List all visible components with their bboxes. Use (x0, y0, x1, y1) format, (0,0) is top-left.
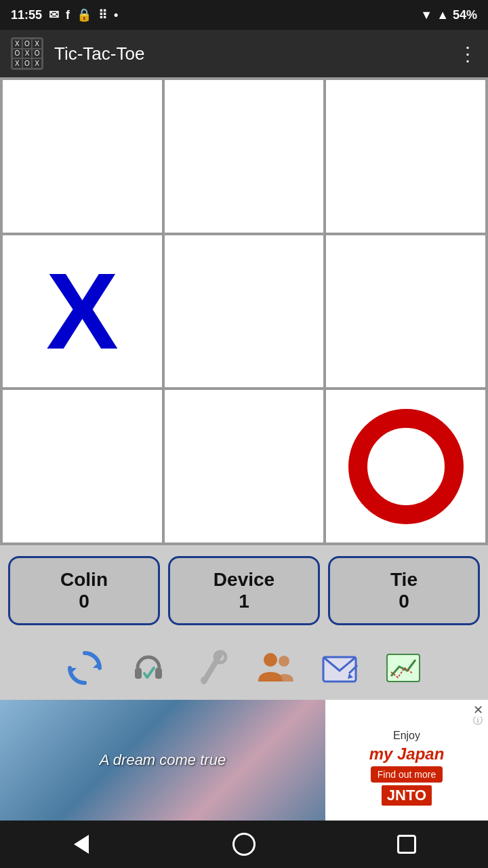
ad-image: A dream come true (0, 700, 325, 821)
ad-findmore-button[interactable]: Find out more (371, 766, 443, 783)
app-bar: X O X O X O X O X Tic-Tac-Toe ⋮ (0, 30, 488, 77)
gmail-icon: ✉ (49, 7, 59, 22)
time-display: 11:55 (11, 8, 42, 22)
icon-cell: O (22, 39, 33, 49)
svg-marker-1 (70, 668, 77, 675)
game-board: X (0, 77, 488, 545)
icon-cell: X (22, 49, 33, 59)
mail-icon (319, 648, 360, 688)
svg-point-8 (279, 656, 289, 667)
ad-tagline: A dream come true (100, 751, 226, 769)
ad-content: ⓘ ✕ Enjoy my Japan Find out more JNTO (325, 700, 488, 821)
headset-icon (128, 648, 169, 688)
mail-button[interactable] (316, 644, 363, 692)
player1-score: 0 (79, 591, 89, 612)
lock-icon: 🔒 (77, 7, 92, 22)
status-left: 11:55 ✉ f 🔒 ⠿ • (11, 7, 118, 22)
cell-2-1[interactable] (163, 389, 325, 544)
ad-myjapan-text: my Japan (369, 745, 445, 764)
icon-cell: O (22, 58, 33, 68)
svg-point-7 (264, 653, 277, 667)
svg-rect-3 (155, 668, 162, 679)
status-right: ▼ ▲ 54% (420, 8, 477, 22)
app-icon: X O X O X O X O X (11, 37, 43, 70)
device-name: Device (214, 569, 274, 591)
home-button[interactable] (227, 827, 261, 861)
ad-jnto-label: JNTO (382, 785, 432, 806)
icon-cell: O (32, 49, 42, 59)
cell-0-2[interactable] (325, 79, 487, 234)
settings-button[interactable] (188, 644, 236, 692)
headset-button[interactable] (125, 644, 172, 692)
cell-2-0[interactable] (1, 389, 163, 544)
ad-banner[interactable]: A dream come true ⓘ ✕ Enjoy my Japan Fin… (0, 700, 488, 821)
people-icon (256, 648, 296, 688)
home-icon (232, 833, 256, 856)
icon-cell: X (32, 58, 42, 68)
chart-button[interactable] (380, 644, 427, 692)
ad-close-button[interactable]: ✕ (470, 703, 485, 717)
tie-score: 0 (399, 591, 409, 612)
nav-bar (0, 821, 488, 868)
chart-icon (383, 648, 424, 688)
icon-cell: X (32, 39, 42, 49)
refresh-button[interactable] (61, 644, 108, 692)
player1-name: Colin (60, 569, 108, 591)
device-score: 1 (239, 591, 249, 612)
cell-1-0[interactable]: X (1, 234, 163, 389)
icon-cell: X (12, 39, 22, 49)
cell-1-2[interactable] (325, 234, 487, 389)
recents-icon (397, 835, 416, 854)
tie-score-card: Tie 0 (328, 556, 480, 625)
facebook-icon: f (66, 8, 70, 22)
cell-0-1[interactable] (163, 79, 325, 234)
wifi-icon: ▼ (420, 8, 432, 22)
overflow-menu-button[interactable]: ⋮ (458, 43, 477, 65)
score-section: Colin 0 Device 1 Tie 0 (0, 545, 488, 636)
ad-enjoy-text: Enjoy (393, 730, 420, 742)
ad-header: ⓘ ✕ (331, 715, 483, 727)
device-score-card: Device 1 (168, 556, 320, 625)
app-title: Tic-Tac-Toe (54, 43, 447, 64)
players-button[interactable] (252, 644, 300, 692)
x-mark: X (46, 257, 119, 366)
dots-icon: ⠿ (98, 7, 107, 22)
signal-icon: ▲ (436, 8, 449, 22)
o-mark (348, 409, 464, 524)
back-icon (74, 835, 89, 854)
back-button[interactable] (64, 827, 98, 861)
bullet-icon: • (114, 8, 118, 22)
action-buttons-bar (0, 636, 488, 700)
cell-2-2[interactable] (325, 389, 487, 544)
svg-point-6 (201, 677, 207, 684)
recents-button[interactable] (390, 827, 424, 861)
svg-line-4 (204, 654, 220, 682)
svg-marker-0 (93, 661, 100, 668)
player1-score-card: Colin 0 (8, 556, 160, 625)
cell-1-1[interactable] (163, 234, 325, 389)
icon-cell: O (12, 49, 22, 59)
svg-rect-2 (135, 668, 142, 679)
refresh-icon (64, 648, 105, 688)
status-bar: 11:55 ✉ f 🔒 ⠿ • ▼ ▲ 54% (0, 0, 488, 30)
wrench-icon (192, 648, 232, 688)
battery-display: 54% (453, 8, 477, 22)
cell-0-0[interactable] (1, 79, 163, 234)
tie-name: Tie (390, 569, 418, 591)
icon-cell: X (12, 58, 22, 68)
